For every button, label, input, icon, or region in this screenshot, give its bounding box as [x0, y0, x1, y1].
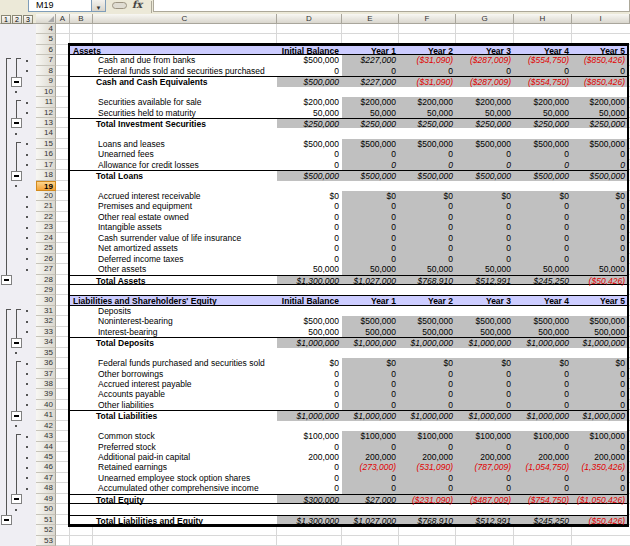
cell-I16[interactable]: 0 — [572, 149, 625, 159]
cell-G33[interactable]: 500,000 — [456, 327, 511, 337]
row-header-16[interactable]: 16 — [36, 149, 56, 159]
row-header-51[interactable]: 51 — [36, 515, 56, 525]
cell-G25[interactable]: 0 — [456, 243, 511, 253]
row-header-27[interactable]: 27 — [36, 264, 56, 274]
cell-I7[interactable]: ($850,426) — [572, 55, 625, 65]
row-header-23[interactable]: 23 — [36, 222, 56, 232]
cell-D7[interactable]: $500,000 — [277, 55, 339, 65]
cell-E46[interactable]: (273,000) — [342, 462, 396, 472]
cell-E36[interactable]: $0 — [342, 358, 396, 368]
cell-E38[interactable]: 0 — [342, 379, 396, 389]
cell-C45[interactable]: Additional paid-in capital — [98, 452, 190, 462]
cell-C44[interactable]: Preferred stock — [98, 442, 156, 452]
cell-D33[interactable]: 500,000 — [277, 327, 339, 337]
row-header-10[interactable]: 10 — [36, 87, 56, 97]
cell-D51[interactable]: $1,300,000 — [277, 516, 339, 526]
row-header-37[interactable]: 37 — [36, 369, 56, 379]
row-header-28[interactable]: 28 — [36, 275, 56, 285]
cell-I47[interactable]: 0 — [572, 473, 625, 483]
cell-C11[interactable]: Securities available for sale — [98, 97, 201, 107]
cell-D48[interactable]: 0 — [277, 483, 339, 493]
collapse-button-row-34[interactable] — [11, 338, 22, 348]
cell-C32[interactable]: Noninterest-bearing — [98, 316, 173, 326]
cell-H37[interactable]: 0 — [514, 369, 569, 379]
cell-D45[interactable]: 200,000 — [277, 452, 339, 462]
cell-G43[interactable]: $100,000 — [456, 431, 511, 441]
col-header-D[interactable]: D — [277, 14, 342, 24]
row-header-4[interactable]: 4 — [36, 24, 56, 34]
cell-D25[interactable]: 0 — [277, 243, 339, 253]
cell-H7[interactable]: ($554,750) — [514, 55, 569, 65]
cell-C17[interactable]: Allowance for credit losses — [98, 160, 199, 170]
row-header-47[interactable]: 47 — [36, 473, 56, 483]
cell-H39[interactable]: 0 — [514, 389, 569, 399]
cell-C15[interactable]: Loans and leases — [98, 139, 165, 149]
cell-G51[interactable]: $512,991 — [456, 516, 511, 526]
cell-G20[interactable]: $0 — [456, 191, 511, 201]
col-header-A[interactable]: A — [56, 14, 70, 24]
collapse-button-row-51[interactable] — [1, 515, 12, 525]
cell-F26[interactable]: 0 — [399, 254, 453, 264]
cell-D40[interactable]: 0 — [277, 400, 339, 410]
row-header-11[interactable]: 11 — [36, 97, 56, 107]
cell-I11[interactable]: $200,000 — [572, 97, 625, 107]
cell-G22[interactable]: 0 — [456, 212, 511, 222]
cell-H25[interactable]: 0 — [514, 243, 569, 253]
col-header-B[interactable]: B — [70, 14, 93, 24]
cell-I17[interactable]: 0 — [572, 160, 625, 170]
cell-D46[interactable]: 0 — [277, 462, 339, 472]
cell-F8[interactable]: 0 — [399, 66, 453, 76]
select-all-corner[interactable] — [36, 14, 56, 24]
cell-G17[interactable]: 0 — [456, 160, 511, 170]
cell-C20[interactable]: Accrued interest receivable — [98, 191, 201, 201]
cell-E12[interactable]: 50,000 — [342, 108, 396, 118]
cell-I48[interactable]: 0 — [572, 483, 625, 493]
cell-I37[interactable]: 0 — [572, 369, 625, 379]
cell-E21[interactable]: 0 — [342, 201, 396, 211]
cell-F25[interactable]: 0 — [399, 243, 453, 253]
cell-C39[interactable]: Accounts payable — [98, 389, 165, 399]
row-header-20[interactable]: 20 — [36, 191, 56, 201]
cell-D23[interactable]: 0 — [277, 222, 339, 232]
cell-F43[interactable]: $100,000 — [399, 431, 453, 441]
cell-G39[interactable]: 0 — [456, 389, 511, 399]
cell-F27[interactable]: 50,000 — [399, 264, 453, 274]
cell-F21[interactable]: 0 — [399, 201, 453, 211]
row-header-44[interactable]: 44 — [36, 442, 56, 452]
insert-function-icon[interactable]: fx — [132, 0, 142, 10]
row-header-7[interactable]: 7 — [36, 55, 56, 65]
cell-G46[interactable]: (787,009) — [456, 462, 511, 472]
cell-G23[interactable]: 0 — [456, 222, 511, 232]
cell-C36[interactable]: Federal funds purchased and securities s… — [98, 358, 265, 368]
row-header-50[interactable]: 50 — [36, 504, 56, 514]
row-header-53[interactable]: 53 — [36, 536, 56, 546]
cell-F16[interactable]: 0 — [399, 149, 453, 159]
cell-E33[interactable]: 500,000 — [342, 327, 396, 337]
cell-D27[interactable]: 50,000 — [277, 264, 339, 274]
cell-I24[interactable]: 0 — [572, 233, 625, 243]
cell-H32[interactable]: $500,000 — [514, 316, 569, 326]
cell-I8[interactable]: 0 — [572, 66, 625, 76]
cell-D16[interactable]: 0 — [277, 149, 339, 159]
cell-H44[interactable]: 0 — [514, 442, 569, 452]
cell-G26[interactable]: 0 — [456, 254, 511, 264]
cell-E37[interactable]: 0 — [342, 369, 396, 379]
cell-F38[interactable]: 0 — [399, 379, 453, 389]
cell-D22[interactable]: 0 — [277, 212, 339, 222]
cell-D37[interactable]: 0 — [277, 369, 339, 379]
cell-C26[interactable]: Deferred income taxes — [98, 254, 184, 264]
cell-G15[interactable]: $500,000 — [456, 139, 511, 149]
cell-F12[interactable]: 50,000 — [399, 108, 453, 118]
cell-F46[interactable]: (531,090) — [399, 462, 453, 472]
cell-F33[interactable]: 500,000 — [399, 327, 453, 337]
collapse-button-row-13[interactable] — [11, 118, 22, 128]
cell-D47[interactable]: 0 — [277, 473, 339, 483]
cell-G24[interactable]: 0 — [456, 233, 511, 243]
row-header-43[interactable]: 43 — [36, 431, 56, 441]
row-header-14[interactable]: 14 — [36, 128, 56, 138]
cell-E45[interactable]: 200,000 — [342, 452, 396, 462]
cell-G12[interactable]: 50,000 — [456, 108, 511, 118]
cell-G37[interactable]: 0 — [456, 369, 511, 379]
cell-F22[interactable]: 0 — [399, 212, 453, 222]
row-header-34[interactable]: 34 — [36, 337, 56, 347]
